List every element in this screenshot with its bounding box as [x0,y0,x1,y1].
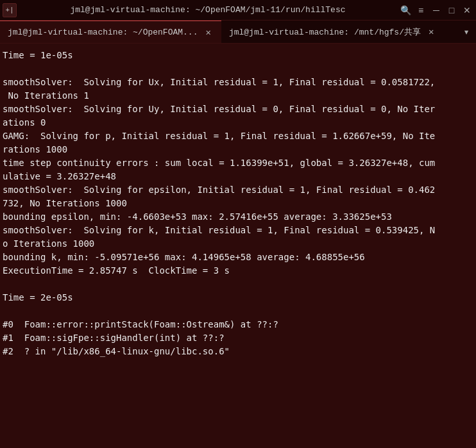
window-controls: 🔍 ≡ ─ □ ✕ [399,4,473,17]
close-button[interactable]: ✕ [461,4,473,17]
window-title: jml@jml-virtual-machine: ~/OpenFOAM/jml-… [22,5,394,15]
tab-1-close[interactable]: ✕ [203,26,213,39]
tab-2[interactable]: jml@jml-virtual-machine: /mnt/hgfs/共享 ✕ [221,21,444,43]
tab-1[interactable]: jml@jml-virtual-machine: ~/OpenFOAM... ✕ [0,21,221,43]
title-bar-left: +| [3,3,17,17]
tab-2-close[interactable]: ✕ [426,25,436,38]
tab-1-label: jml@jml-virtual-machine: ~/OpenFOAM... [8,28,198,37]
tab-2-label: jml@jml-virtual-machine: /mnt/hgfs/共享 [229,26,421,38]
maximize-button[interactable]: □ [445,4,458,17]
menu-button[interactable]: ≡ [414,4,427,17]
new-tab-button[interactable]: +| [3,3,17,17]
tab-dropdown-button[interactable]: ▾ [457,26,476,38]
minimize-button[interactable]: ─ [430,4,443,17]
tab-bar: jml@jml-virtual-machine: ~/OpenFOAM... ✕… [0,21,476,44]
search-button[interactable]: 🔍 [399,4,412,17]
terminal-text: Time = 1e-05s smoothSolver: Solving for … [3,49,471,358]
title-bar: +| jml@jml-virtual-machine: ~/OpenFOAM/j… [0,0,476,21]
terminal-output: Time = 1e-05s smoothSolver: Solving for … [0,44,476,448]
